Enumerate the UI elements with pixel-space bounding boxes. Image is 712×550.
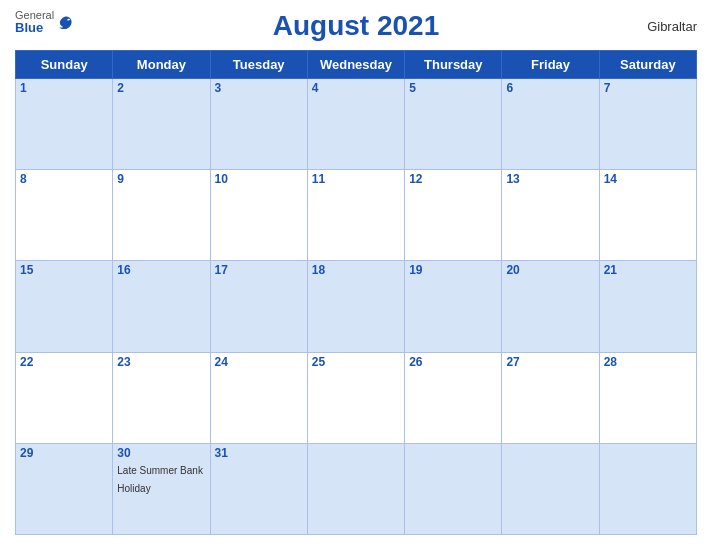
day-number: 13 <box>506 172 594 186</box>
col-saturday: Saturday <box>599 51 696 79</box>
day-number: 15 <box>20 263 108 277</box>
day-cell-12: 12 <box>405 170 502 261</box>
calendar-wrapper: General Blue August 2021 Gibraltar Sunda… <box>0 0 712 550</box>
week-row-1: 1234567 <box>16 79 697 170</box>
col-sunday: Sunday <box>16 51 113 79</box>
day-cell-22: 22 <box>16 352 113 443</box>
day-cell-26: 26 <box>405 352 502 443</box>
logo-container: General Blue <box>15 10 75 34</box>
day-cell-3: 3 <box>210 79 307 170</box>
week-row-3: 15161718192021 <box>16 261 697 352</box>
day-cell-8: 8 <box>16 170 113 261</box>
day-cell-24: 24 <box>210 352 307 443</box>
day-cell-17: 17 <box>210 261 307 352</box>
day-cell-19: 19 <box>405 261 502 352</box>
week-row-5: 2930Late Summer Bank Holiday31 <box>16 443 697 534</box>
day-cell-13: 13 <box>502 170 599 261</box>
day-number: 2 <box>117 81 205 95</box>
day-cell-20: 20 <box>502 261 599 352</box>
day-cell-25: 25 <box>307 352 404 443</box>
day-cell-23: 23 <box>113 352 210 443</box>
logo-text-block: General Blue <box>15 10 54 34</box>
day-number: 10 <box>215 172 303 186</box>
week-row-4: 22232425262728 <box>16 352 697 443</box>
col-friday: Friday <box>502 51 599 79</box>
day-cell-9: 9 <box>113 170 210 261</box>
col-tuesday: Tuesday <box>210 51 307 79</box>
day-cell-10: 10 <box>210 170 307 261</box>
logo-blue: Blue <box>15 21 54 34</box>
day-number: 1 <box>20 81 108 95</box>
day-cell-14: 14 <box>599 170 696 261</box>
day-cell-18: 18 <box>307 261 404 352</box>
day-number: 23 <box>117 355 205 369</box>
day-number: 27 <box>506 355 594 369</box>
day-cell-empty <box>502 443 599 534</box>
day-number: 22 <box>20 355 108 369</box>
day-cell-30: 30Late Summer Bank Holiday <box>113 443 210 534</box>
day-number: 16 <box>117 263 205 277</box>
day-cell-5: 5 <box>405 79 502 170</box>
day-cell-empty <box>405 443 502 534</box>
day-number: 14 <box>604 172 692 186</box>
day-cell-2: 2 <box>113 79 210 170</box>
day-cell-31: 31 <box>210 443 307 534</box>
day-number: 7 <box>604 81 692 95</box>
day-cell-11: 11 <box>307 170 404 261</box>
calendar-table: Sunday Monday Tuesday Wednesday Thursday… <box>15 50 697 535</box>
col-wednesday: Wednesday <box>307 51 404 79</box>
day-cell-4: 4 <box>307 79 404 170</box>
col-thursday: Thursday <box>405 51 502 79</box>
week-row-2: 891011121314 <box>16 170 697 261</box>
day-cell-empty <box>599 443 696 534</box>
day-number: 30 <box>117 446 205 460</box>
logo-bird-icon <box>57 15 75 29</box>
logo-area: General Blue <box>15 10 75 34</box>
day-number: 26 <box>409 355 497 369</box>
day-number: 28 <box>604 355 692 369</box>
day-number: 11 <box>312 172 400 186</box>
region-label: Gibraltar <box>647 19 697 34</box>
day-number: 19 <box>409 263 497 277</box>
day-number: 6 <box>506 81 594 95</box>
day-cell-6: 6 <box>502 79 599 170</box>
event-label: Late Summer Bank Holiday <box>117 465 203 494</box>
day-number: 8 <box>20 172 108 186</box>
day-number: 5 <box>409 81 497 95</box>
day-number: 31 <box>215 446 303 460</box>
day-number: 29 <box>20 446 108 460</box>
day-number: 3 <box>215 81 303 95</box>
day-cell-15: 15 <box>16 261 113 352</box>
day-number: 17 <box>215 263 303 277</box>
day-cell-21: 21 <box>599 261 696 352</box>
day-number: 20 <box>506 263 594 277</box>
day-cell-29: 29 <box>16 443 113 534</box>
day-cell-7: 7 <box>599 79 696 170</box>
day-number: 9 <box>117 172 205 186</box>
day-number: 12 <box>409 172 497 186</box>
day-cell-16: 16 <box>113 261 210 352</box>
day-cell-27: 27 <box>502 352 599 443</box>
calendar-title: August 2021 <box>273 10 440 42</box>
day-number: 25 <box>312 355 400 369</box>
day-cell-1: 1 <box>16 79 113 170</box>
weekday-header-row: Sunday Monday Tuesday Wednesday Thursday… <box>16 51 697 79</box>
day-number: 18 <box>312 263 400 277</box>
day-number: 21 <box>604 263 692 277</box>
day-number: 24 <box>215 355 303 369</box>
calendar-header: General Blue August 2021 Gibraltar <box>15 10 697 42</box>
col-monday: Monday <box>113 51 210 79</box>
day-cell-28: 28 <box>599 352 696 443</box>
day-number: 4 <box>312 81 400 95</box>
day-cell-empty <box>307 443 404 534</box>
